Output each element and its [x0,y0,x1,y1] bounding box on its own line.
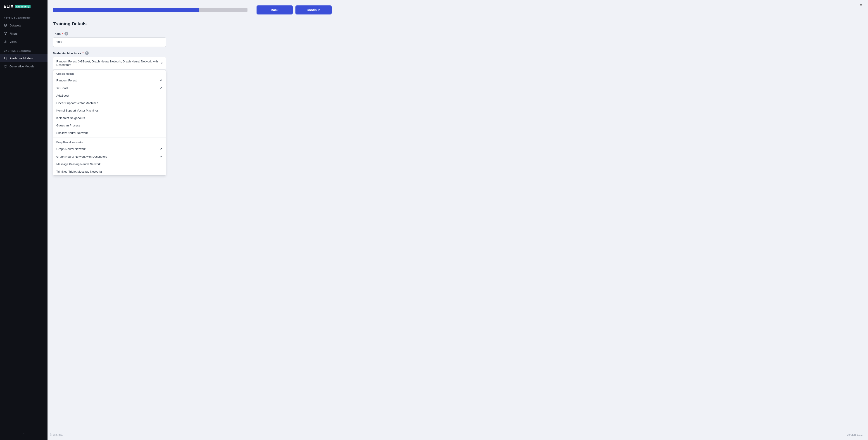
sidebar-item-filters[interactable]: Filters [0,29,48,37]
svg-point-7 [5,66,6,67]
svg-point-5 [4,57,6,59]
svg-line-6 [6,59,7,60]
dropdown-item-label: AdaBoost [56,94,69,97]
svg-marker-0 [4,24,7,25]
sidebar: ELIX Discovery DATA MANAGEMENT Datasets … [0,0,48,440]
model-architectures-group: Model Architectures * ? Random Forest, X… [53,51,863,69]
content-area: Back Continue Training Details Trials * … [48,0,868,80]
dropdown-item-label: Graph Neural Network [56,147,86,151]
svg-marker-1 [4,32,7,35]
bulb-icon [4,64,7,68]
layers-icon [4,24,7,27]
checkmark-icon: ✓ [160,155,163,158]
checkmark-icon: ✓ [160,86,163,90]
sidebar-footer: « [0,427,48,440]
dropdown-item-label: k-Nearest Neighbours [56,116,85,120]
search-icon [4,56,7,60]
dropdown-item-kernel-svm[interactable]: Kernel Support Vector Machines [53,107,166,114]
model-arch-required: * [83,52,84,55]
dropdown-item-linear-svm[interactable]: Linear Support Vector Machines [53,99,166,107]
copyright-text: © Elix, Inc. [50,433,63,436]
checkmark-icon: ✓ [160,78,163,82]
dropdown-item-knn[interactable]: k-Nearest Neighbours [53,114,166,122]
dropdown-divider [53,137,166,138]
trials-input[interactable] [53,37,166,47]
continue-button[interactable]: Continue [296,5,332,14]
dropdown-item-label: Linear Support Vector Machines [56,101,98,105]
model-arch-label-text: Model Architectures [53,52,81,55]
classic-models-label: Classic Models [53,70,166,76]
header-buttons: Back Continue [256,5,332,14]
deep-nn-label: Deep Neural Networks [53,139,166,145]
checkmark-icon: ✓ [160,147,163,151]
dropdown-item-gnn-descriptors[interactable]: Graph Neural Network with Descriptors ✓ [53,153,166,160]
sidebar-item-predictive-models[interactable]: Predictive Models [0,54,48,62]
dropdown-item-adaboost[interactable]: AdaBoost [53,92,166,99]
logo-name: ELIX [4,4,13,9]
page-footer: © Elix, Inc. [50,433,63,436]
dropdown-item-xgboost[interactable]: XGBoost ✓ [53,84,166,92]
dropdown-item-gaussian[interactable]: Gaussian Process [53,122,166,129]
model-arch-dropdown-menu: Classic Models Random Forest ✓ XGBoost ✓… [53,70,166,176]
dropdown-item-label: Graph Neural Network with Descriptors [56,155,107,158]
model-arch-help-icon[interactable]: ? [85,51,89,55]
topbar: ≡ [855,0,868,11]
trials-label: Trials * ? [53,32,863,35]
dropdown-item-label: TrimNet (Triplet Message Network) [56,170,102,173]
dropdown-selected-text: Random Forest, XGBoost, Graph Neural Net… [56,60,161,66]
dropdown-item-label: Message Passing Neural Network [56,162,101,166]
sidebar-item-label-predictive: Predictive Models [9,57,33,60]
version-text: Version 1.2.2 [847,433,863,436]
hamburger-icon[interactable]: ≡ [860,3,863,8]
trials-help-icon[interactable]: ? [64,32,68,35]
progress-bar-fill [53,8,199,12]
dropdown-item-gnn[interactable]: Graph Neural Network ✓ [53,145,166,153]
sidebar-item-generative-models[interactable]: Generative Models [0,62,48,70]
sidebar-item-views[interactable]: Views [0,37,48,46]
model-arch-dropdown-trigger[interactable]: Random Forest, XGBoost, Graph Neural Net… [53,57,166,69]
section-title: Training Details [53,21,863,27]
dropdown-item-random-forest[interactable]: Random Forest ✓ [53,76,166,84]
trials-group: Trials * ? [53,32,863,47]
sidebar-item-datasets[interactable]: Datasets [0,21,48,29]
logo-badge: Discovery [15,5,31,8]
dropdown-item-shallow-nn[interactable]: Shallow Neural Network [53,129,166,137]
collapse-button[interactable]: « [21,431,27,436]
sidebar-item-label-datasets: Datasets [9,24,21,27]
filter-icon [4,32,7,35]
sidebar-item-label-generative: Generative Models [9,65,34,68]
machine-learning-label: MACHINE LEARNING [0,46,48,54]
logo: ELIX Discovery [0,0,48,13]
sidebar-item-label-views: Views [9,40,17,43]
version-label: Version 1.2.2 [847,433,863,436]
chart-icon [4,40,7,43]
dropdown-item-trimnet[interactable]: TrimNet (Triplet Message Network) [53,168,166,175]
dropdown-item-label: Random Forest [56,79,77,82]
trials-label-text: Trials [53,32,61,35]
chevron-down-icon: ▾ [161,61,163,65]
dropdown-item-label: Kernel Support Vector Machines [56,109,98,112]
progress-bar-container [53,8,247,12]
sidebar-item-label-filters: Filters [9,32,18,35]
progress-header: Back Continue [53,5,863,14]
dropdown-item-label: Gaussian Process [56,124,80,127]
model-arch-label: Model Architectures * ? [53,51,863,55]
dropdown-item-mpnn[interactable]: Message Passing Neural Network [53,160,166,168]
trials-required: * [62,32,63,35]
dropdown-item-label: XGBoost [56,86,68,90]
data-management-label: DATA MANAGEMENT [0,13,48,21]
dropdown-item-label: Shallow Neural Network [56,131,88,135]
back-button[interactable]: Back [256,5,293,14]
main-content: ≡ Back Continue Training Details Trials … [48,0,868,440]
model-arch-dropdown-container: Random Forest, XGBoost, Graph Neural Net… [53,57,166,69]
